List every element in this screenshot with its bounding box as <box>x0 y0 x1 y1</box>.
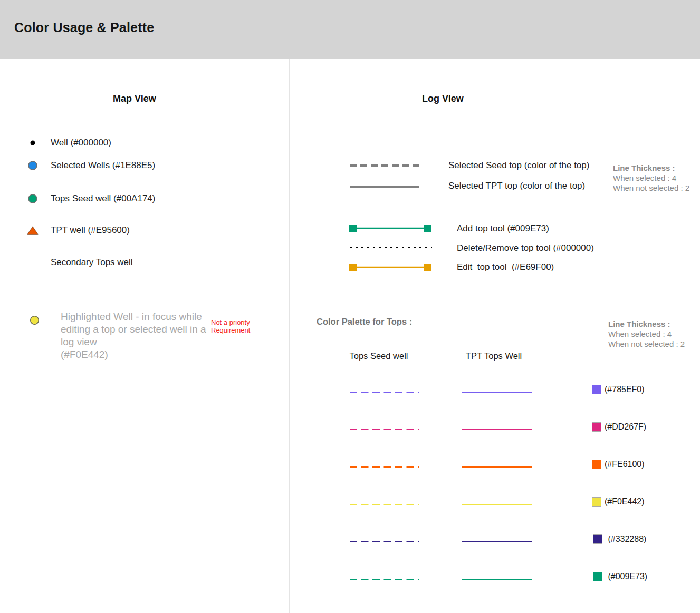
line-thickness-title: Line Thickness : <box>608 319 685 329</box>
color-swatch <box>592 422 601 432</box>
selected-tpt-top-line <box>349 186 420 189</box>
legend-item-tpt-well: TPT well (#E95600) <box>23 223 130 238</box>
highlighted-well-circle-icon <box>30 315 40 327</box>
line-thickness-note-palette: Line Thickness : When selected : 4 When … <box>608 319 685 349</box>
palette-row: (#FE6100) <box>592 459 645 470</box>
not-priority-note: Not a priority Requirement <box>211 318 250 334</box>
page-title: Color Usage & Palette <box>14 20 154 35</box>
tpt-well-triangle-icon <box>23 226 42 235</box>
color-hex-label: (#332288) <box>606 534 646 544</box>
color-hex-label: (#009E73) <box>606 572 647 581</box>
selected-well-circle-icon <box>23 160 42 171</box>
color-swatch <box>592 460 601 469</box>
column-header-tops-seed-well: Tops Seed well <box>337 351 421 361</box>
palette-solid-line <box>462 578 532 580</box>
selected-seed-top-line <box>349 164 420 167</box>
selected-tpt-top-label: Selected TPT top (color of the top) <box>448 181 585 191</box>
color-hex-label: (#DD267F) <box>605 422 646 432</box>
color-palette-title: Color Palette for Tops : <box>317 317 412 327</box>
palette-row: (#332288) <box>593 533 646 545</box>
line-thickness-selected: When selected : 4 <box>608 329 685 339</box>
line-thickness-title: Line Thickness : <box>613 163 689 173</box>
delete-top-tool-label: Delete/Remove top tool (#000000) <box>457 243 594 254</box>
palette-dashed-line <box>349 541 420 543</box>
color-swatch <box>593 534 602 544</box>
legend-item-well: Well (#000000) <box>23 135 111 150</box>
color-hex-label: (#FE6100) <box>605 460 645 469</box>
palette-solid-line <box>462 466 532 468</box>
line-thickness-not-selected: When not selected : 2 <box>613 183 689 193</box>
color-usage-palette-page: Color Usage & Palette Map View Well (#00… <box>0 0 700 613</box>
legend-label-tpt-well: TPT well (#E95600) <box>51 225 130 236</box>
palette-row: (#009E73) <box>593 571 647 582</box>
map-view-title: Map View <box>113 93 156 104</box>
column-divider <box>289 59 290 613</box>
legend-label-secondary-tops-well: Secondary Tops well <box>51 257 133 268</box>
column-header-tpt-tops-well: TPT Tops Well <box>452 351 536 361</box>
line-thickness-not-selected: When not selected : 2 <box>608 339 685 349</box>
line-thickness-note-top: Line Thickness : When selected : 4 When … <box>613 163 689 193</box>
add-top-tool-line <box>349 225 431 232</box>
legend-item-tops-seed-well: Tops Seed well (#00A174) <box>23 191 155 206</box>
palette-row: (#785EF0) <box>592 384 645 395</box>
edit-top-tool-label: Edit top tool (#E69F00) <box>457 262 554 273</box>
legend-label-tops-seed-well: Tops Seed well (#00A174) <box>51 193 155 204</box>
palette-solid-line <box>462 541 532 543</box>
color-swatch <box>592 385 601 394</box>
selected-seed-top-label: Selected Seed top (color of the top) <box>448 160 589 171</box>
palette-solid-line <box>462 503 532 505</box>
edit-top-tool-line <box>349 264 431 271</box>
legend-label-well: Well (#000000) <box>51 138 111 148</box>
legend-item-selected-wells: Selected Wells (#1E88E5) <box>23 158 155 173</box>
delete-top-tool-line <box>349 246 433 249</box>
palette-dashed-line <box>349 578 420 580</box>
highlighted-well-description: Highlighted Well - in focus while editin… <box>61 310 219 361</box>
tops-seed-well-circle-icon <box>23 193 42 204</box>
line-thickness-selected: When selected : 4 <box>613 173 689 183</box>
palette-dashed-line <box>349 466 420 468</box>
log-view-title: Log View <box>422 93 464 104</box>
palette-solid-line <box>462 391 532 393</box>
well-dot-icon <box>23 140 42 146</box>
add-top-tool-label: Add top tool (#009E73) <box>457 223 549 234</box>
legend-label-selected-wells: Selected Wells (#1E88E5) <box>51 160 155 171</box>
color-hex-label: (#F0E442) <box>605 497 645 507</box>
palette-row: (#F0E442) <box>592 496 645 508</box>
palette-dashed-line <box>349 503 420 505</box>
legend-item-secondary-tops-well: Secondary Tops well <box>23 255 133 270</box>
palette-solid-line <box>462 429 532 431</box>
color-swatch <box>593 572 602 581</box>
palette-dashed-line <box>349 391 420 393</box>
color-hex-label: (#785EF0) <box>605 385 645 394</box>
palette-row: (#DD267F) <box>592 421 646 433</box>
page-header: Color Usage & Palette <box>0 0 700 59</box>
color-swatch <box>592 497 601 507</box>
palette-dashed-line <box>349 429 420 431</box>
